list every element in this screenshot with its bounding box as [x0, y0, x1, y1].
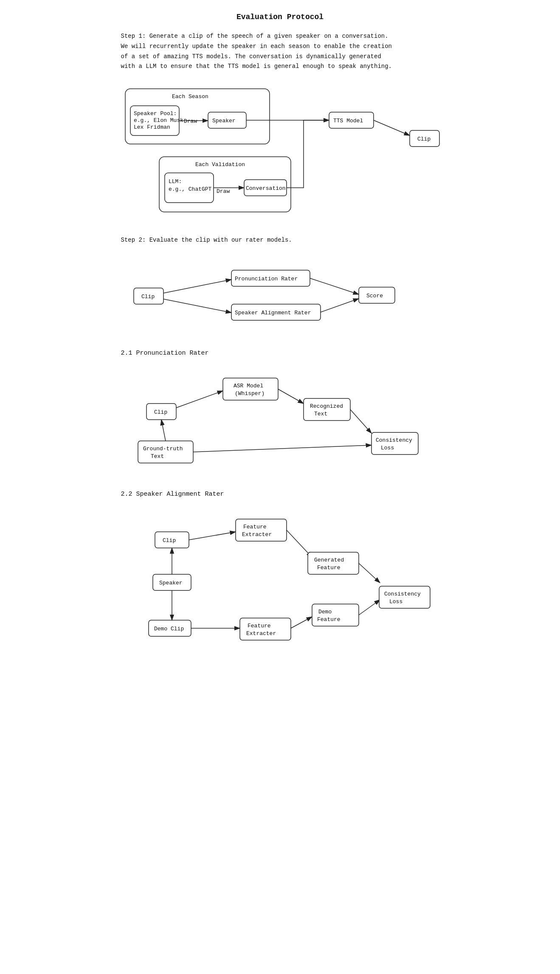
section21-label: 2.1 Pronunciation Rater	[121, 350, 439, 357]
feat-extracter1-label1: Feature	[243, 524, 267, 530]
clip2-label: Clip	[141, 294, 155, 300]
consistency-loss-label2: Loss	[381, 445, 394, 451]
each-validation-label: Each Validation	[195, 161, 245, 168]
tts-model-label: TTS Model	[333, 118, 363, 124]
clip4-label: Clip	[163, 537, 176, 544]
diagram1: Each Season Speaker Pool: e.g., Elon Mus…	[121, 85, 439, 227]
arrow-clip-to-pronunciation	[163, 279, 231, 293]
consistency-loss4-box	[379, 586, 430, 608]
diagram4: Clip Speaker Demo Clip Feature Extracter…	[121, 506, 439, 666]
speaker-alignment-label: Speaker Alignment Rater	[235, 310, 311, 316]
step1-line2: We will recurrently update the speaker i…	[121, 42, 439, 52]
recognized-text-box	[304, 398, 350, 421]
ground-truth-label2: Text	[151, 453, 164, 460]
feat-extracter1-box	[236, 519, 287, 541]
step1-line3: of a set of amazing TTS models. The conv…	[121, 52, 439, 62]
feat-extracter1-label2: Extracter	[242, 531, 272, 538]
demo-feature-label2: Feature	[317, 616, 341, 623]
generated-feature-label2: Feature	[317, 565, 341, 571]
arrow-ground-to-loss	[193, 445, 371, 452]
arrow-tts-to-clip	[374, 120, 410, 136]
feat-extracter2-label1: Feature	[248, 623, 271, 629]
llm-label2: e.g., ChatGPT	[169, 186, 212, 192]
recognized-text-label1: Recognized	[310, 403, 343, 409]
feat-extracter2-label2: Extracter	[246, 630, 276, 637]
conversation-label: Conversation	[246, 185, 286, 192]
arrow-feat2-to-demo	[291, 617, 312, 628]
consistency-loss-box	[371, 432, 418, 455]
clip3-label: Clip	[154, 409, 167, 415]
recognized-text-label2: Text	[314, 411, 327, 417]
step1-line4: with a LLM to ensure that the TTS model …	[121, 62, 439, 72]
feat-extracter2-box	[240, 618, 291, 640]
diagram3: Clip ASR Model (Whisper) Recognized Text…	[121, 365, 439, 478]
diagram2: Clip Pronunciation Rater Speaker Alignme…	[121, 258, 439, 337]
consistency-loss4-label2: Loss	[389, 599, 402, 605]
consistency-loss-label1: Consistency	[376, 437, 412, 443]
arrow-clip-to-alignment	[163, 299, 231, 313]
pronunciation-rater-label: Pronunciation Rater	[235, 276, 298, 282]
speaker-pool-label2: e.g., Elon Musk	[134, 117, 183, 124]
step1-line1: Step 1: Generate a clip of the speech of…	[121, 31, 439, 42]
ground-truth-box	[138, 441, 193, 463]
demo-clip-label: Demo Clip	[154, 626, 184, 632]
arrow-generated-to-loss	[359, 563, 380, 583]
ground-truth-label1: Ground-truth	[143, 446, 183, 452]
asr-model-label2: (Whisper)	[235, 390, 265, 397]
arrow-clip-to-asr	[176, 391, 223, 408]
arrow-ground-to-clip	[161, 420, 166, 441]
arrow-alignment-to-score	[321, 299, 359, 312]
speaker-label: Speaker	[212, 118, 236, 124]
draw-label: Draw	[184, 118, 197, 124]
step1-text: Step 1: Generate a clip of the speech of…	[121, 31, 439, 72]
asr-model-label1: ASR Model	[234, 383, 263, 389]
consistency-loss4-label1: Consistency	[384, 591, 421, 597]
section22-label: 2.2 Speaker Alignment Rater	[121, 491, 439, 498]
generated-feature-label1: Generated	[314, 557, 344, 563]
arrow-clip-to-feat1	[189, 532, 236, 540]
arrow-demo-to-loss	[359, 600, 380, 615]
score-label: Score	[366, 293, 383, 299]
asr-model-box	[223, 378, 278, 400]
speaker-pool-label3: Lex Fridman	[134, 124, 170, 130]
draw2-label: Draw	[217, 188, 230, 195]
arrow-recognized-to-loss	[350, 409, 371, 433]
demo-feature-label1: Demo	[318, 609, 332, 615]
each-season-label: Each Season	[172, 93, 208, 100]
llm-label1: LLM:	[169, 178, 182, 185]
page-title: Evaluation Protocol	[121, 13, 439, 21]
arrow-asr-to-recognized	[278, 389, 304, 404]
step2-text: Step 2: Evaluate the clip with our rater…	[121, 235, 439, 246]
speaker4-label: Speaker	[159, 580, 183, 586]
clip-label: Clip	[417, 136, 431, 142]
demo-feature-box	[312, 604, 359, 626]
arrow-conversation-to-tts	[287, 120, 329, 188]
speaker-pool-label: Speaker Pool:	[134, 110, 177, 117]
generated-feature-box	[308, 552, 359, 574]
arrow-pronunciation-to-score	[310, 278, 359, 294]
